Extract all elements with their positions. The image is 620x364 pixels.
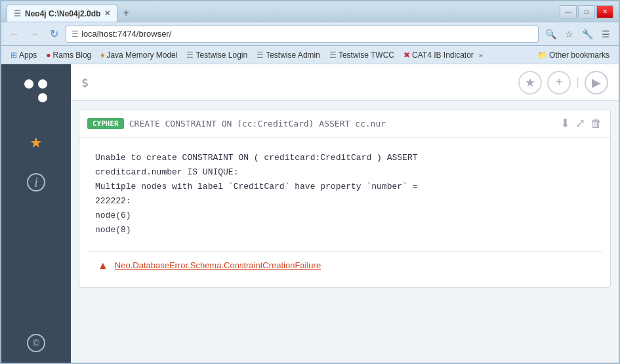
copyright-icon: ©	[27, 334, 45, 352]
tw-admin-label: Testwise Admin	[266, 51, 320, 60]
result-header: CYPHER CREATE CONSTRAINT ON (cc:CreditCa…	[79, 110, 610, 138]
button-divider: |	[576, 75, 579, 89]
error-section: ▲ Neo.DatabaseError.Schema.ConstraintCre…	[87, 251, 602, 279]
search-button[interactable]: 🔍	[543, 26, 558, 42]
error-triangle-icon: ▲	[98, 260, 108, 272]
extensions-button[interactable]: 🔧	[579, 26, 595, 42]
bookmark-cat4[interactable]: ✖ CAT4 IB Indicator	[400, 49, 478, 61]
address-bar-row: ← → ↻ ☰ localhost:7474/browser/ 🔍 ☆ 🔧 ☰	[1, 22, 619, 46]
sidebar-logo	[20, 75, 52, 108]
output-line-1: Unable to create CONSTRAINT ON ( creditc…	[95, 151, 594, 165]
tab-close-button[interactable]: ✕	[104, 9, 110, 18]
output-line-6: node(8)	[95, 223, 594, 237]
star-icon: ★	[30, 134, 43, 152]
info-icon: i	[27, 173, 45, 192]
run-query-button[interactable]: ▶	[585, 71, 608, 94]
delete-result-button[interactable]: 🗑	[590, 117, 602, 131]
result-body: Unable to create CONSTRAINT ON ( creditc…	[79, 138, 610, 251]
sidebar: ★ i ©	[1, 64, 71, 363]
logo-dot-2	[38, 79, 47, 89]
tw-login-label: Testwise Login	[196, 51, 247, 60]
apps-icon: ⊞	[10, 51, 17, 60]
sidebar-item-favorites[interactable]: ★	[16, 126, 56, 160]
browser-window: ☰ Neo4j C:\Ne04j2.0db ✕ + — □ ✕ ← → ↻ ☰ …	[0, 0, 620, 364]
bookmark-testwise-twcc[interactable]: ☰ Testwise TWCC	[325, 49, 398, 61]
new-tab-button[interactable]: +	[117, 5, 134, 22]
bookmark-testwise-admin[interactable]: ☰ Testwise Admin	[253, 49, 324, 61]
forward-button[interactable]: →	[26, 26, 42, 42]
main-area: ★ i © $ ★ + | ▶	[1, 64, 619, 363]
dollar-prompt: $	[81, 75, 89, 89]
tw-twcc-label: Testwise TWCC	[339, 51, 394, 60]
tw-login-icon: ☰	[186, 51, 194, 60]
folder-label: Other bookmarks	[549, 51, 610, 60]
bookmark-testwise-login[interactable]: ☰ Testwise Login	[182, 49, 251, 61]
cat4-icon: ✖	[403, 51, 410, 60]
tw-admin-icon: ☰	[257, 51, 264, 60]
window-controls: — □ ✕	[560, 5, 613, 18]
logo-dot-3	[24, 93, 33, 102]
output-line-2: creditcard.number IS UNIQUE:	[95, 165, 594, 180]
other-bookmarks-folder[interactable]: 📁 Other bookmarks	[533, 49, 613, 61]
sidebar-item-info[interactable]: i	[16, 165, 56, 199]
minimize-button[interactable]: —	[560, 5, 577, 18]
tw-twcc-icon: ☰	[329, 51, 337, 60]
title-bar: ☰ Neo4j C:\Ne04j2.0db ✕ + — □ ✕	[1, 1, 619, 22]
output-line-4: 222222:	[95, 194, 594, 209]
result-actions: ⬇ ⤢ 🗑	[560, 116, 602, 131]
result-panel: CYPHER CREATE CONSTRAINT ON (cc:CreditCa…	[79, 109, 611, 288]
tab-label: Neo4j C:\Ne04j2.0db	[25, 9, 100, 18]
address-lock-icon: ☰	[72, 30, 79, 39]
java-label: Java Memory Model	[106, 51, 177, 60]
apps-label: Apps	[19, 51, 37, 60]
expand-result-button[interactable]: ⤢	[575, 116, 585, 131]
results-area[interactable]: CYPHER CREATE CONSTRAINT ON (cc:CreditCa…	[71, 101, 619, 363]
content-area: $ ★ + | ▶ CYPHER CREATE CONSTRAINT ON (c…	[71, 64, 619, 363]
folder-icon: 📁	[537, 51, 547, 60]
tab-area: ☰ Neo4j C:\Ne04j2.0db ✕ +	[7, 1, 560, 22]
close-button[interactable]: ✕	[596, 5, 613, 18]
cat4-label: CAT4 IB Indicator	[412, 51, 474, 60]
active-tab[interactable]: ☰ Neo4j C:\Ne04j2.0db ✕	[7, 5, 117, 22]
logo-dot-1	[24, 79, 33, 89]
bookmark-rams-blog[interactable]: ● Rams Blog	[42, 49, 95, 61]
favorite-query-button[interactable]: ★	[518, 71, 542, 94]
java-icon: ♦	[100, 51, 104, 60]
bookmark-apps[interactable]: ⊞ Apps	[7, 49, 41, 61]
query-input-area: $ ★ + | ▶	[71, 64, 619, 101]
logo-dot-4	[38, 93, 47, 102]
cypher-query-text: CREATE CONSTRAINT ON (cc:CreditCard) ASS…	[129, 119, 555, 129]
bookmarks-bar: ⊞ Apps ● Rams Blog ♦ Java Memory Model ☰…	[1, 46, 619, 64]
rams-icon: ●	[46, 51, 51, 60]
cypher-badge: CYPHER	[87, 118, 124, 129]
rams-label: Rams Blog	[53, 51, 92, 60]
bookmarks-more[interactable]: »	[479, 51, 483, 59]
tab-file-icon: ☰	[14, 9, 21, 18]
add-query-button[interactable]: +	[547, 71, 571, 94]
output-line-3: Multiple nodes with label `CreditCard` h…	[95, 180, 594, 194]
sidebar-copyright: ©	[27, 334, 45, 363]
maximize-button[interactable]: □	[578, 5, 595, 18]
error-link[interactable]: Neo.DatabaseError.Schema.ConstraintCreat…	[115, 260, 321, 270]
menu-button[interactable]: ☰	[598, 26, 613, 42]
back-button[interactable]: ←	[7, 26, 22, 42]
bookmark-java-memory[interactable]: ♦ Java Memory Model	[96, 49, 181, 61]
address-actions: 🔍 ☆ 🔧 ☰	[543, 26, 613, 42]
refresh-button[interactable]: ↻	[46, 26, 62, 42]
address-field[interactable]: ☰ localhost:7474/browser/	[66, 26, 539, 43]
download-result-button[interactable]: ⬇	[560, 116, 570, 131]
output-line-5: node(6)	[95, 209, 594, 223]
address-text: localhost:7474/browser/	[81, 29, 171, 39]
bookmark-star-button[interactable]: ☆	[561, 26, 577, 42]
